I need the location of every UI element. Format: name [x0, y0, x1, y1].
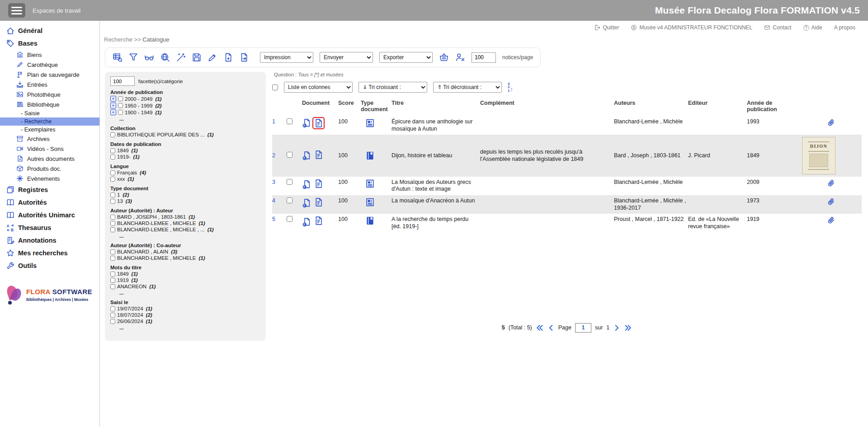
facet-checkbox[interactable]: [110, 256, 115, 261]
sort-desc-select[interactable]: ⇑ Tri décroissant :: [433, 82, 502, 93]
filter-button[interactable]: [128, 52, 138, 62]
contact-link[interactable]: Contact: [764, 24, 791, 31]
menu-icon[interactable]: [8, 3, 25, 18]
row-number-link[interactable]: 4: [272, 197, 285, 205]
facet-label[interactable]: 1849: [117, 271, 129, 277]
about-link[interactable]: A propos: [834, 24, 855, 31]
facet-label[interactable]: 1900 - 1949: [125, 110, 152, 115]
facet-label[interactable]: 2000 - 2049: [125, 96, 152, 102]
record-detail-button[interactable]: [314, 216, 323, 225]
facet-checkbox[interactable]: [110, 284, 115, 289]
facet-label[interactable]: BARD , JOSEPH , 1803-1861: [117, 214, 186, 220]
open-record-button[interactable]: [302, 180, 311, 189]
previous-page-icon[interactable]: [547, 324, 555, 332]
last-page-icon[interactable]: [624, 324, 632, 332]
sidebar-item-entrees[interactable]: Entrées: [0, 80, 99, 89]
facet-checkbox[interactable]: [110, 227, 115, 232]
facet-checkbox[interactable]: [118, 103, 123, 108]
page-input[interactable]: [575, 323, 591, 333]
facet-checkbox[interactable]: [118, 96, 123, 101]
facet-count-input[interactable]: [110, 76, 135, 86]
facet-checkbox[interactable]: [110, 199, 115, 204]
facet-label[interactable]: 26/06/2024: [117, 319, 143, 324]
list-search-button[interactable]: [113, 52, 123, 62]
facet-label[interactable]: 1950 - 1999: [125, 103, 152, 108]
sidebar-item-saisie[interactable]: - Saisie: [0, 109, 99, 117]
record-detail-button[interactable]: [314, 197, 323, 207]
row-checkbox[interactable]: [287, 118, 292, 124]
facet-checkbox[interactable]: [110, 148, 115, 153]
sidebar-item-bases[interactable]: Bases: [0, 37, 99, 50]
next-page-icon[interactable]: [613, 324, 621, 332]
sort-asc-select[interactable]: ⇓ Tri croissant :: [359, 82, 427, 93]
save-button[interactable]: [192, 52, 202, 62]
facet-checkbox[interactable]: [110, 170, 115, 175]
cover-thumbnail[interactable]: DIJON: [802, 137, 835, 174]
export-record-button[interactable]: [239, 52, 249, 62]
facet-more[interactable]: ...: [119, 233, 260, 239]
sidebar-item-autorites[interactable]: Autorités: [0, 196, 99, 209]
facet-label[interactable]: xxx: [117, 176, 125, 182]
facet-label[interactable]: 18/07/2024: [117, 312, 143, 318]
sidebar-item-exemplaires[interactable]: - Exemplaires: [0, 126, 99, 134]
print-select[interactable]: Impression: [260, 52, 313, 63]
view-select[interactable]: Liste en colonnes: [284, 82, 353, 93]
facet-more[interactable]: ...: [119, 325, 260, 330]
web-search-button[interactable]: [160, 52, 170, 62]
record-detail-button[interactable]: [314, 118, 323, 128]
open-record-button[interactable]: [302, 151, 311, 160]
facet-expand-button[interactable]: +: [110, 103, 116, 108]
facet-checkbox[interactable]: [110, 249, 115, 254]
sidebar-item-registres[interactable]: Registres: [0, 183, 99, 196]
record-detail-button[interactable]: [314, 150, 323, 160]
sidebar-item-evenements[interactable]: Evènements: [0, 174, 99, 183]
attachment-button[interactable]: [826, 216, 835, 225]
sidebar-item-plan-de-sauvegarde[interactable]: Plan de sauvegarde: [0, 70, 99, 80]
sidebar-item-mes-recherches[interactable]: Mes recherches: [0, 247, 99, 259]
sidebar-item-biens[interactable]: Biens: [0, 50, 99, 60]
notices-per-page-input[interactable]: [472, 52, 496, 63]
row-checkbox[interactable]: [287, 179, 292, 185]
attachment-button[interactable]: [826, 197, 835, 206]
facet-checkbox[interactable]: [110, 313, 115, 318]
first-page-icon[interactable]: [536, 324, 543, 332]
attachment-button[interactable]: [826, 118, 835, 127]
row-checkbox[interactable]: [287, 216, 292, 222]
sidebar-item-autres-documents[interactable]: Autres documents: [0, 154, 99, 164]
sidebar-item-general[interactable]: Général: [0, 24, 99, 37]
sidebar-item-phototheque[interactable]: Photothèque: [0, 89, 99, 99]
open-record-button[interactable]: [302, 198, 311, 208]
row-number-link[interactable]: 1: [272, 118, 285, 126]
wand-button[interactable]: [176, 52, 186, 62]
facet-more[interactable]: ...: [119, 116, 260, 122]
sidebar-item-thesaurus[interactable]: Thesaurus: [0, 221, 99, 234]
facet-more[interactable]: ...: [119, 290, 260, 296]
basket-button[interactable]: [439, 52, 449, 62]
facet-label[interactable]: 1919-: [117, 154, 130, 160]
facet-checkbox[interactable]: [110, 278, 115, 283]
open-record-button[interactable]: [302, 118, 311, 128]
facet-checkbox[interactable]: [110, 319, 115, 324]
sort-numeric-icon[interactable]: 3 2 1 ↑: [508, 82, 513, 93]
facet-checkbox[interactable]: [110, 155, 115, 160]
sidebar-item-archives[interactable]: Archives: [0, 134, 99, 144]
send-select[interactable]: Envoyer: [320, 52, 373, 63]
facet-label[interactable]: BLANCHARD-LEMEE , MICHELE , ...: [117, 227, 205, 232]
facet-checkbox[interactable]: [118, 110, 123, 115]
facet-expand-button[interactable]: +: [110, 109, 116, 115]
facet-label[interactable]: 13: [117, 198, 123, 204]
user-remove-button[interactable]: [455, 52, 465, 62]
new-record-button[interactable]: [223, 52, 233, 62]
facet-checkbox[interactable]: [110, 221, 115, 226]
quit-link[interactable]: Quitter: [594, 24, 619, 31]
facet-label[interactable]: BLANCHARD-LEMEE , MICHELE: [117, 255, 196, 261]
sidebar-item-produits-doc[interactable]: Produits doc.: [0, 164, 99, 174]
row-number-link[interactable]: 2: [272, 152, 285, 160]
facet-expand-button[interactable]: +: [110, 96, 116, 102]
select-all-checkbox[interactable]: [272, 84, 278, 90]
facet-checkbox[interactable]: [110, 177, 115, 182]
row-number-link[interactable]: 3: [272, 179, 285, 186]
facet-label[interactable]: Français: [117, 170, 137, 175]
open-record-button[interactable]: [302, 217, 311, 227]
facet-checkbox[interactable]: [110, 272, 115, 277]
